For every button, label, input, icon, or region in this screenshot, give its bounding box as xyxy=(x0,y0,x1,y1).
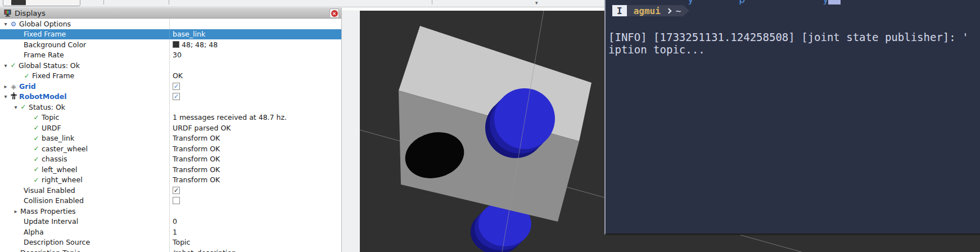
tree-row[interactable]: ✓right_wheelTransform OK xyxy=(0,175,341,186)
tree-row[interactable]: Visual Enabled✓ xyxy=(0,185,341,196)
status-ok-check-icon: ✓ xyxy=(9,61,17,69)
property-value[interactable]: Transform OK xyxy=(173,165,220,174)
chevron-down-icon[interactable]: ▾ xyxy=(2,93,9,100)
toolbar-separator xyxy=(103,0,104,4)
property-value[interactable]: Transform OK xyxy=(173,155,220,163)
tree-row[interactable]: ✓Fixed FrameOK xyxy=(0,71,341,82)
vi-mode-indicator: I xyxy=(612,5,627,16)
property-value[interactable]: Transform OK xyxy=(173,176,220,184)
chevron-down-icon[interactable]: ▾ xyxy=(12,104,19,110)
status-ok-check-icon: ✓ xyxy=(32,134,40,142)
enable-checkbox[interactable]: ✓ xyxy=(173,187,180,194)
displays-panel: Displays × ▾⚙Global OptionsFixed Frameba… xyxy=(0,8,342,252)
property-value[interactable]: 30 xyxy=(173,51,182,59)
status-ok-check-icon: ✓ xyxy=(32,114,40,122)
prompt-directory: ~ xyxy=(676,6,681,16)
property-label: URDF xyxy=(42,124,61,132)
tree-row[interactable]: Collision Enabled xyxy=(0,196,341,206)
tree-row[interactable]: Alpha1 xyxy=(0,227,341,237)
gear-icon: ⚙ xyxy=(11,20,17,28)
tree-row[interactable]: ✓caster_wheelTransform OK xyxy=(0,143,341,154)
status-ok-check-icon: ✓ xyxy=(19,103,28,111)
tree-row[interactable]: ✓left_wheelTransform OK xyxy=(0,164,341,175)
tree-row[interactable]: Frame Rate30 xyxy=(0,50,341,61)
enable-checkbox[interactable]: ✓ xyxy=(173,83,180,90)
toolbar-overflow-caret[interactable]: ▾ xyxy=(535,0,538,6)
tree-row[interactable]: ✓Topic1 messages received at 48.7 hz. xyxy=(0,112,341,123)
property-label: Update Interval xyxy=(24,217,78,226)
tree-row[interactable]: ▸◈Grid✓ xyxy=(0,81,341,92)
prompt-user-chip: agmui ~ xyxy=(627,5,684,16)
property-label: Global Status: Ok xyxy=(19,61,80,70)
property-label: Background Color xyxy=(24,40,86,49)
tree-row[interactable]: ▾✓Global Status: Ok xyxy=(0,60,341,71)
property-value[interactable]: 1 xyxy=(173,228,177,236)
terminal-window[interactable]: y_ p y I agmui ~ ros2 run joint_state_pu… xyxy=(604,0,980,235)
status-ok-check-icon: ✓ xyxy=(32,176,40,184)
property-label: caster_wheel xyxy=(42,145,88,153)
property-label: Fixed Frame xyxy=(24,30,66,38)
property-value[interactable]: base_link xyxy=(173,30,205,38)
terminal-output-line: iption topic... xyxy=(608,43,980,56)
property-value[interactable]: URDF parsed OK xyxy=(173,124,231,132)
prompt-username: agmui xyxy=(634,6,661,16)
property-label: Fixed Frame xyxy=(32,71,74,80)
property-value[interactable]: OK xyxy=(173,71,183,80)
enable-checkbox[interactable]: ✓ xyxy=(173,93,180,100)
close-icon: × xyxy=(331,10,338,17)
property-label: Frame Rate xyxy=(24,51,64,59)
property-label: Mass Properties xyxy=(20,207,76,215)
toolbar-separator xyxy=(169,0,169,4)
property-label: Status: Ok xyxy=(29,103,65,111)
property-value[interactable]: Transform OK xyxy=(173,134,220,142)
chevron-down-icon[interactable]: ▾ xyxy=(2,62,9,69)
chevron-down-icon[interactable]: ▾ xyxy=(2,21,9,27)
color-swatch[interactable] xyxy=(173,41,179,48)
property-label: Global Options xyxy=(19,20,71,28)
property-value[interactable]: 48; 48; 48 xyxy=(182,40,218,49)
property-label: Topic xyxy=(42,113,59,122)
tree-row[interactable]: ▸Description Topic/robot_description xyxy=(0,248,341,252)
displays-icon xyxy=(4,9,11,17)
property-value[interactable]: Transform OK xyxy=(173,145,220,153)
property-value[interactable]: 1 messages received at 48.7 hz. xyxy=(173,113,287,122)
status-ok-check-icon: ✓ xyxy=(22,72,31,80)
toolbar-partial-button[interactable] xyxy=(3,0,80,6)
terminal-cursor-line xyxy=(608,56,980,68)
displays-panel-header[interactable]: Displays × xyxy=(0,8,341,19)
status-ok-check-icon: ✓ xyxy=(32,165,40,173)
chevron-right-icon[interactable]: ▸ xyxy=(12,208,19,214)
tree-row[interactable]: ▾RobotModel✓ xyxy=(0,92,341,102)
chevron-right-icon[interactable]: ▸ xyxy=(12,250,19,252)
tree-row[interactable]: Update Interval0 xyxy=(0,217,341,227)
toolbar-separator xyxy=(432,0,432,4)
property-label: right_wheel xyxy=(42,176,83,184)
tree-row[interactable]: ✓chassisTransform OK xyxy=(0,154,341,165)
property-value[interactable]: /robot_description xyxy=(173,249,236,252)
status-ok-check-icon: ✓ xyxy=(32,124,40,132)
chevron-right-icon[interactable]: ▸ xyxy=(2,83,9,89)
powerline-chevron-icon xyxy=(666,8,671,14)
viewport-top-band xyxy=(342,7,604,11)
enable-checkbox[interactable] xyxy=(173,197,180,204)
toolbar-strip: ▾ xyxy=(0,0,604,7)
powerline-arrow-tip-icon xyxy=(683,5,689,16)
terminal-selection-block xyxy=(828,0,841,4)
tree-row[interactable]: ✓URDFURDF parsed OK xyxy=(0,123,341,133)
terminal-clipped-text: y_ p y xyxy=(623,0,829,4)
tree-row[interactable]: ✓base_linkTransform OK xyxy=(0,133,341,144)
tree-row[interactable]: ▾⚙Global Options xyxy=(0,19,341,29)
tree-row[interactable]: Fixed Framebase_link xyxy=(0,29,341,40)
tree-row[interactable]: Background Color48; 48; 48 xyxy=(0,39,341,50)
property-label: base_link xyxy=(42,134,74,142)
tree-row[interactable]: Description SourceTopic xyxy=(0,237,341,248)
status-ok-check-icon: ✓ xyxy=(32,145,40,152)
terminal-prompt-bar: I agmui ~ xyxy=(608,5,980,16)
property-label: Visual Enabled xyxy=(24,186,75,195)
property-value[interactable]: 0 xyxy=(173,217,177,226)
property-label: chassis xyxy=(42,155,67,163)
close-panel-button[interactable]: × xyxy=(329,8,339,18)
tree-row[interactable]: ▾✓Status: Ok xyxy=(0,102,341,112)
tree-row[interactable]: ▸Mass Properties xyxy=(0,206,341,217)
property-value[interactable]: Topic xyxy=(173,238,190,246)
